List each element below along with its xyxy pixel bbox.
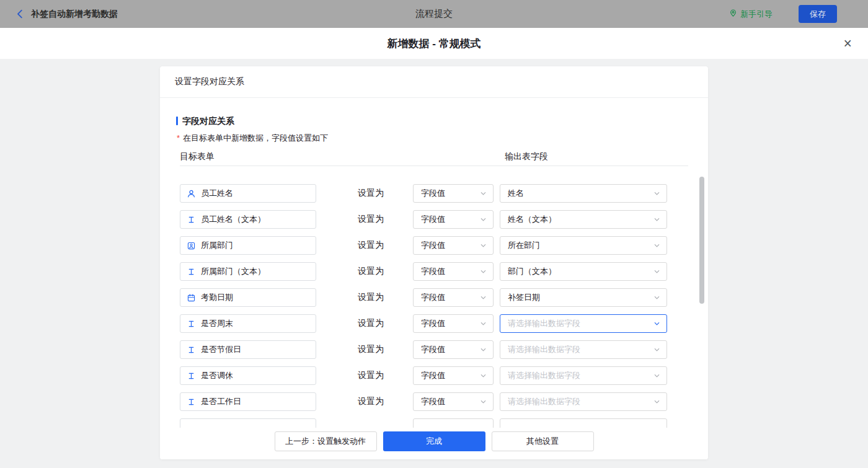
modal-body: 设置字段对应关系 字段对应关系 *在目标表单中新增数据，字段值设置如下 目标表单… [0, 59, 868, 468]
set-as-label: 设置为 [358, 214, 384, 225]
back-icon[interactable] [15, 9, 25, 19]
mapping-row: 所属部门设置为字段值所在部门 [160, 232, 708, 258]
chevron-down-icon [480, 399, 487, 405]
value-mode-select[interactable]: 字段值 [413, 262, 494, 281]
column-output-fields: 输出表字段 [505, 152, 548, 161]
target-field-box: 员工姓名 [180, 184, 316, 203]
mapping-row: 所属部门（文本）设置为字段值部门（文本） [160, 258, 708, 285]
target-field-box: 所属部门 [180, 236, 316, 255]
chevron-down-icon [653, 242, 660, 249]
target-field-label: 员工姓名（文本） [201, 214, 265, 225]
page-title: 补签自动新增考勤数据 [31, 9, 118, 20]
card-content: 字段对应关系 *在目标表单中新增数据，字段值设置如下 目标表单 输出表字段 员工… [160, 98, 708, 428]
value-mode-select[interactable] [413, 418, 494, 428]
chevron-down-icon [653, 347, 660, 353]
value-mode-text: 字段值 [421, 214, 445, 225]
topbar: 补签自动新增考勤数据 流程提交 新手引导 保存 [0, 0, 868, 28]
field-mapping-card: 设置字段对应关系 字段对应关系 *在目标表单中新增数据，字段值设置如下 目标表单… [160, 66, 708, 459]
output-field-text: 请选择输出数据字段 [508, 396, 580, 407]
output-field-select[interactable]: 请选择输出数据字段 [500, 340, 667, 359]
mapping-row: 是否周末设置为字段值请选择输出数据字段 [160, 311, 708, 337]
output-field-select[interactable]: 请选择输出数据字段 [500, 392, 667, 411]
target-field-label: 考勤日期 [201, 292, 233, 303]
output-field-text: 请选择输出数据字段 [508, 370, 580, 381]
text-field-icon [187, 371, 196, 381]
target-field-box: 是否工作日 [180, 392, 316, 411]
chevron-down-icon [480, 242, 487, 249]
prev-step-button[interactable]: 上一步：设置触发动作 [275, 431, 377, 451]
output-field-select[interactable] [500, 418, 667, 428]
card-footer: 上一步：设置触发动作 完成 其他设置 [160, 428, 708, 459]
beginner-guide-link[interactable]: 新手引导 [729, 9, 773, 20]
set-as-label: 设置为 [358, 370, 384, 381]
value-mode-text: 字段值 [421, 240, 445, 251]
mapping-note: *在目标表单中新增数据，字段值设置如下 [177, 133, 708, 143]
scrollbar-thumb[interactable] [699, 177, 704, 304]
set-as-label: 设置为 [358, 344, 384, 355]
target-field-label: 员工姓名 [201, 188, 233, 199]
value-mode-select[interactable]: 字段值 [413, 236, 494, 255]
output-field-select[interactable]: 补签日期 [500, 288, 667, 307]
section-title-text: 字段对应关系 [182, 117, 234, 125]
save-button[interactable]: 保存 [799, 5, 837, 23]
value-mode-select[interactable]: 字段值 [413, 366, 494, 385]
mapping-note-text: 在目标表单中新增数据，字段值设置如下 [183, 133, 328, 143]
output-field-select[interactable]: 请选择输出数据字段 [500, 314, 667, 333]
target-field-label: 是否工作日 [201, 396, 241, 407]
value-mode-select[interactable]: 字段值 [413, 340, 494, 359]
value-mode-text: 字段值 [421, 370, 445, 381]
target-field-box: 员工姓名（文本） [180, 210, 316, 229]
set-as-label: 设置为 [358, 318, 384, 329]
value-mode-select[interactable]: 字段值 [413, 392, 494, 411]
chevron-down-icon [653, 294, 660, 301]
value-mode-select[interactable]: 字段值 [413, 210, 494, 229]
modal-header: 新增数据 - 常规模式 × [0, 28, 868, 59]
set-as-label: 设置为 [358, 240, 384, 251]
target-field-label: 是否节假日 [201, 344, 241, 355]
chevron-down-icon [653, 399, 660, 405]
output-field-select[interactable]: 姓名 [500, 184, 667, 203]
mapping-row [160, 415, 708, 428]
close-icon[interactable]: × [844, 37, 852, 51]
output-field-select[interactable]: 所在部门 [500, 236, 667, 255]
target-field-label: 是否周末 [201, 318, 233, 329]
output-field-select[interactable]: 姓名（文本） [500, 210, 667, 229]
set-as-label: 设置为 [358, 292, 384, 303]
target-field-box: 考勤日期 [180, 288, 316, 307]
target-field-box: 是否节假日 [180, 340, 316, 359]
done-button[interactable]: 完成 [383, 431, 485, 451]
chevron-down-icon [480, 347, 487, 353]
set-as-label: 设置为 [358, 188, 384, 199]
card-title: 设置字段对应关系 [160, 66, 708, 98]
chevron-down-icon [480, 268, 487, 275]
chevron-down-icon [653, 216, 660, 223]
target-field-label: 所属部门 [201, 240, 233, 251]
output-field-text: 请选择输出数据字段 [508, 318, 580, 329]
set-as-label: 设置为 [358, 266, 384, 277]
output-field-select[interactable]: 请选择输出数据字段 [500, 366, 667, 385]
target-field-box: 所属部门（文本） [180, 262, 316, 281]
target-field-box: 是否调休 [180, 366, 316, 385]
value-mode-select[interactable]: 字段值 [413, 288, 494, 307]
text-field-icon [187, 215, 196, 224]
value-mode-text: 字段值 [421, 188, 445, 199]
mapping-row: 是否节假日设置为字段值请选择输出数据字段 [160, 337, 708, 363]
section-title: 字段对应关系 [176, 117, 708, 125]
value-mode-text: 字段值 [421, 396, 445, 407]
mapping-row: 员工姓名（文本）设置为字段值姓名（文本） [160, 206, 708, 232]
mapping-rows-viewport: 员工姓名设置为字段值姓名员工姓名（文本）设置为字段值姓名（文本）所属部门设置为字… [160, 166, 708, 428]
dept-field-icon [187, 241, 196, 250]
other-settings-button[interactable]: 其他设置 [492, 431, 594, 451]
value-mode-select[interactable]: 字段值 [413, 184, 494, 203]
mapping-row: 员工姓名设置为字段值姓名 [160, 180, 708, 206]
output-field-select[interactable]: 部门（文本） [500, 262, 667, 281]
target-field-label: 是否调休 [201, 370, 233, 381]
mapping-row: 考勤日期设置为字段值补签日期 [160, 285, 708, 311]
output-field-text: 姓名（文本） [508, 214, 556, 225]
chevron-down-icon [480, 190, 487, 197]
set-as-label: 设置为 [358, 396, 384, 407]
section-accent-bar [176, 117, 178, 125]
target-field-box: 是否周末 [180, 314, 316, 333]
target-field-box [180, 418, 316, 428]
value-mode-select[interactable]: 字段值 [413, 314, 494, 333]
